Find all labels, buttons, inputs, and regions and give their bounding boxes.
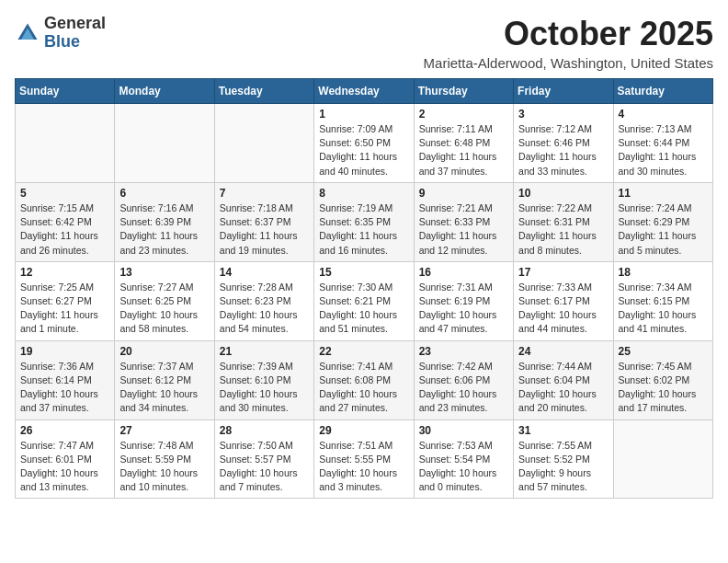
weekday-friday: Friday xyxy=(514,79,613,104)
calendar-week-4: 19Sunrise: 7:36 AMSunset: 6:14 PMDayligh… xyxy=(16,340,713,419)
calendar-cell: 20Sunrise: 7:37 AMSunset: 6:12 PMDayligh… xyxy=(115,340,214,419)
month-title: October 2025 xyxy=(424,15,713,53)
calendar-table: SundayMondayTuesdayWednesdayThursdayFrid… xyxy=(15,78,713,499)
day-info: Sunrise: 7:34 AMSunset: 6:15 PMDaylight:… xyxy=(619,281,708,337)
day-info: Sunrise: 7:55 AMSunset: 5:52 PMDaylight:… xyxy=(518,439,608,495)
calendar-cell: 29Sunrise: 7:51 AMSunset: 5:55 PMDayligh… xyxy=(314,419,414,499)
day-info: Sunrise: 7:50 AMSunset: 5:57 PMDaylight:… xyxy=(220,439,309,495)
day-info: Sunrise: 7:31 AMSunset: 6:19 PMDaylight:… xyxy=(419,281,508,337)
day-number: 28 xyxy=(220,424,309,437)
day-number: 19 xyxy=(20,345,109,358)
day-info: Sunrise: 7:27 AMSunset: 6:25 PMDaylight:… xyxy=(119,281,209,337)
calendar-cell: 25Sunrise: 7:45 AMSunset: 6:02 PMDayligh… xyxy=(613,340,712,419)
calendar-cell: 9Sunrise: 7:21 AMSunset: 6:33 PMDaylight… xyxy=(414,182,513,261)
calendar-cell: 7Sunrise: 7:18 AMSunset: 6:37 PMDaylight… xyxy=(214,182,313,261)
calendar-cell: 26Sunrise: 7:47 AMSunset: 6:01 PMDayligh… xyxy=(16,419,115,499)
calendar-cell: 28Sunrise: 7:50 AMSunset: 5:57 PMDayligh… xyxy=(214,419,313,499)
day-info: Sunrise: 7:39 AMSunset: 6:10 PMDaylight:… xyxy=(220,360,309,416)
day-info: Sunrise: 7:30 AMSunset: 6:21 PMDaylight:… xyxy=(319,281,408,337)
day-info: Sunrise: 7:13 AMSunset: 6:44 PMDaylight:… xyxy=(619,122,708,178)
day-info: Sunrise: 7:09 AMSunset: 6:50 PMDaylight:… xyxy=(319,122,408,178)
calendar-cell: 11Sunrise: 7:24 AMSunset: 6:29 PMDayligh… xyxy=(613,182,712,261)
day-number: 23 xyxy=(419,345,508,358)
day-number: 14 xyxy=(220,266,309,279)
day-number: 1 xyxy=(319,108,408,121)
page-header: General Blue October 2025 Marietta-Alder… xyxy=(15,15,713,71)
day-info: Sunrise: 7:45 AMSunset: 6:02 PMDaylight:… xyxy=(619,360,708,416)
day-number: 15 xyxy=(319,266,408,279)
day-info: Sunrise: 7:47 AMSunset: 6:01 PMDaylight:… xyxy=(20,439,109,495)
day-info: Sunrise: 7:25 AMSunset: 6:27 PMDaylight:… xyxy=(20,281,109,337)
day-info: Sunrise: 7:16 AMSunset: 6:39 PMDaylight:… xyxy=(119,201,209,258)
weekday-sunday: Sunday xyxy=(16,79,115,104)
day-info: Sunrise: 7:42 AMSunset: 6:06 PMDaylight:… xyxy=(419,360,508,416)
logo: General Blue xyxy=(15,15,106,52)
calendar-cell: 18Sunrise: 7:34 AMSunset: 6:15 PMDayligh… xyxy=(613,261,712,340)
day-number: 20 xyxy=(119,345,209,358)
day-number: 29 xyxy=(319,424,408,437)
calendar-cell: 15Sunrise: 7:30 AMSunset: 6:21 PMDayligh… xyxy=(314,261,414,340)
calendar-cell xyxy=(115,104,214,183)
calendar-cell: 1Sunrise: 7:09 AMSunset: 6:50 PMDaylight… xyxy=(314,104,414,183)
calendar-cell: 30Sunrise: 7:53 AMSunset: 5:54 PMDayligh… xyxy=(414,419,513,499)
day-number: 18 xyxy=(619,266,708,279)
day-number: 4 xyxy=(619,108,708,121)
day-info: Sunrise: 7:44 AMSunset: 6:04 PMDaylight:… xyxy=(518,360,608,416)
day-number: 12 xyxy=(20,266,109,279)
weekday-wednesday: Wednesday xyxy=(314,79,414,104)
day-number: 9 xyxy=(419,187,508,200)
day-info: Sunrise: 7:12 AMSunset: 6:46 PMDaylight:… xyxy=(518,122,608,178)
calendar-body: 1Sunrise: 7:09 AMSunset: 6:50 PMDaylight… xyxy=(16,104,713,499)
calendar-cell: 23Sunrise: 7:42 AMSunset: 6:06 PMDayligh… xyxy=(414,340,513,419)
day-number: 6 xyxy=(119,187,209,200)
calendar-cell: 24Sunrise: 7:44 AMSunset: 6:04 PMDayligh… xyxy=(514,340,613,419)
logo-text: General Blue xyxy=(44,15,106,52)
weekday-thursday: Thursday xyxy=(414,79,513,104)
calendar-cell: 4Sunrise: 7:13 AMSunset: 6:44 PMDaylight… xyxy=(613,104,712,183)
day-info: Sunrise: 7:19 AMSunset: 6:35 PMDaylight:… xyxy=(319,201,408,258)
day-info: Sunrise: 7:37 AMSunset: 6:12 PMDaylight:… xyxy=(119,360,209,416)
day-number: 30 xyxy=(419,424,508,437)
calendar-cell: 17Sunrise: 7:33 AMSunset: 6:17 PMDayligh… xyxy=(514,261,613,340)
day-number: 25 xyxy=(619,345,708,358)
calendar-cell: 12Sunrise: 7:25 AMSunset: 6:27 PMDayligh… xyxy=(16,261,115,340)
day-number: 11 xyxy=(619,187,708,200)
calendar-week-2: 5Sunrise: 7:15 AMSunset: 6:42 PMDaylight… xyxy=(16,182,713,261)
day-info: Sunrise: 7:18 AMSunset: 6:37 PMDaylight:… xyxy=(220,201,309,258)
day-info: Sunrise: 7:21 AMSunset: 6:33 PMDaylight:… xyxy=(419,201,508,258)
day-number: 5 xyxy=(20,187,109,200)
day-number: 8 xyxy=(319,187,408,200)
calendar-cell xyxy=(16,104,115,183)
calendar-cell: 14Sunrise: 7:28 AMSunset: 6:23 PMDayligh… xyxy=(214,261,313,340)
calendar-cell: 27Sunrise: 7:48 AMSunset: 5:59 PMDayligh… xyxy=(115,419,214,499)
day-number: 27 xyxy=(119,424,209,437)
calendar-cell: 2Sunrise: 7:11 AMSunset: 6:48 PMDaylight… xyxy=(414,104,513,183)
day-info: Sunrise: 7:51 AMSunset: 5:55 PMDaylight:… xyxy=(319,439,408,495)
calendar-cell: 6Sunrise: 7:16 AMSunset: 6:39 PMDaylight… xyxy=(115,182,214,261)
day-number: 31 xyxy=(518,424,608,437)
calendar-cell: 16Sunrise: 7:31 AMSunset: 6:19 PMDayligh… xyxy=(414,261,513,340)
logo-icon xyxy=(15,20,40,46)
day-info: Sunrise: 7:15 AMSunset: 6:42 PMDaylight:… xyxy=(20,201,109,258)
day-number: 16 xyxy=(419,266,508,279)
day-info: Sunrise: 7:53 AMSunset: 5:54 PMDaylight:… xyxy=(419,439,508,495)
day-number: 2 xyxy=(419,108,508,121)
day-number: 22 xyxy=(319,345,408,358)
day-info: Sunrise: 7:48 AMSunset: 5:59 PMDaylight:… xyxy=(119,439,209,495)
calendar-week-3: 12Sunrise: 7:25 AMSunset: 6:27 PMDayligh… xyxy=(16,261,713,340)
calendar-cell: 19Sunrise: 7:36 AMSunset: 6:14 PMDayligh… xyxy=(16,340,115,419)
calendar-cell xyxy=(613,419,712,499)
calendar-cell: 13Sunrise: 7:27 AMSunset: 6:25 PMDayligh… xyxy=(115,261,214,340)
calendar-cell: 21Sunrise: 7:39 AMSunset: 6:10 PMDayligh… xyxy=(214,340,313,419)
day-number: 26 xyxy=(20,424,109,437)
day-number: 13 xyxy=(119,266,209,279)
day-number: 21 xyxy=(220,345,309,358)
calendar-cell: 5Sunrise: 7:15 AMSunset: 6:42 PMDaylight… xyxy=(16,182,115,261)
calendar-cell: 3Sunrise: 7:12 AMSunset: 6:46 PMDaylight… xyxy=(514,104,613,183)
day-info: Sunrise: 7:24 AMSunset: 6:29 PMDaylight:… xyxy=(619,201,708,258)
calendar-cell: 31Sunrise: 7:55 AMSunset: 5:52 PMDayligh… xyxy=(514,419,613,499)
calendar-cell xyxy=(214,104,313,183)
day-number: 17 xyxy=(518,266,608,279)
weekday-tuesday: Tuesday xyxy=(214,79,313,104)
day-number: 3 xyxy=(518,108,608,121)
